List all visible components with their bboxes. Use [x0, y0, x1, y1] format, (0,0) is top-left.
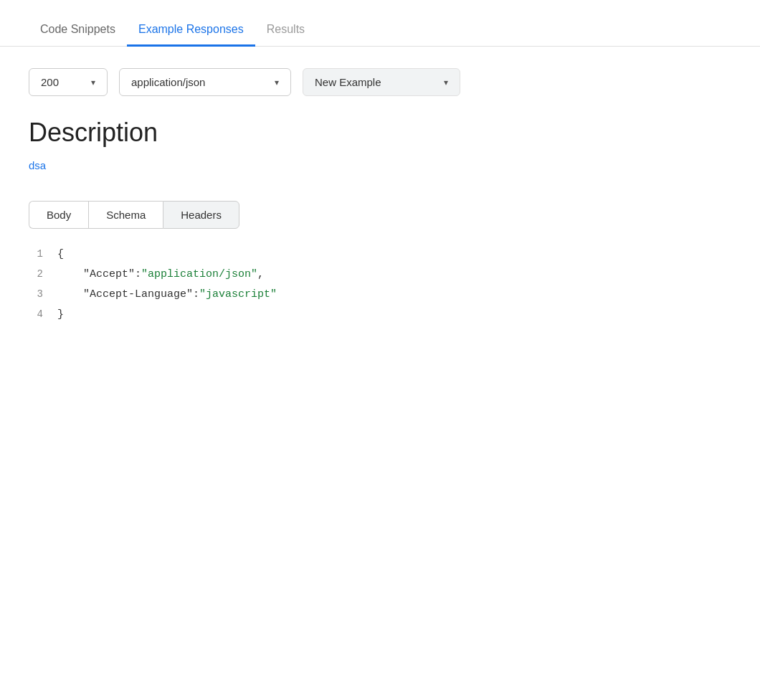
code-key-3: "Accept-Language" — [57, 286, 193, 303]
code-value-3: "javascript" — [199, 286, 277, 303]
tab-body[interactable]: Body — [29, 201, 88, 229]
tabs-container: Code Snippets Example Responses Results — [0, 0, 760, 47]
tab-example-responses[interactable]: Example Responses — [127, 14, 255, 47]
tab-results[interactable]: Results — [255, 14, 316, 47]
code-line-1: 1 { — [29, 246, 731, 263]
code-line-3: 3 "Accept-Language" : "javascript" — [29, 286, 731, 303]
line-number-4: 4 — [29, 306, 57, 322]
code-colon-2: : — [135, 266, 141, 283]
controls-row: 200 ▾ application/json ▾ New Example ▾ — [29, 68, 731, 96]
tab-schema[interactable]: Schema — [88, 201, 163, 229]
example-dropdown[interactable]: New Example ▾ — [303, 68, 460, 96]
status-dropdown-value: 200 — [41, 76, 59, 88]
body-tabs-container: Body Schema Headers — [29, 201, 731, 229]
code-key-2: "Accept" — [57, 266, 135, 283]
code-section: 1 { 2 "Accept" : "application/json" , 3 … — [29, 229, 731, 341]
code-line-4: 4 } — [29, 306, 731, 323]
content-type-dropdown-value: application/json — [131, 76, 205, 88]
status-dropdown-arrow: ▾ — [91, 77, 95, 88]
line-number-1: 1 — [29, 246, 57, 262]
code-comma-2: , — [257, 266, 264, 283]
line-number-2: 2 — [29, 266, 57, 282]
status-dropdown[interactable]: 200 ▾ — [29, 68, 108, 96]
example-dropdown-value: New Example — [315, 76, 381, 88]
example-dropdown-arrow: ▾ — [444, 77, 448, 88]
code-plain-4: } — [57, 306, 64, 323]
line-number-3: 3 — [29, 286, 57, 302]
code-plain-1: { — [57, 246, 64, 263]
tab-headers[interactable]: Headers — [163, 201, 239, 229]
code-line-2: 2 "Accept" : "application/json" , — [29, 266, 731, 283]
tab-code-snippets[interactable]: Code Snippets — [29, 14, 127, 47]
main-content: 200 ▾ application/json ▾ New Example ▾ D… — [0, 47, 760, 362]
content-type-dropdown-arrow: ▾ — [275, 77, 279, 88]
content-type-dropdown[interactable]: application/json ▾ — [119, 68, 291, 96]
code-value-2: "application/json" — [141, 266, 257, 283]
description-title: Description — [29, 118, 731, 148]
code-colon-3: : — [193, 286, 199, 303]
description-value: dsa — [29, 159, 46, 171]
description-section: Description dsa — [29, 118, 731, 172]
